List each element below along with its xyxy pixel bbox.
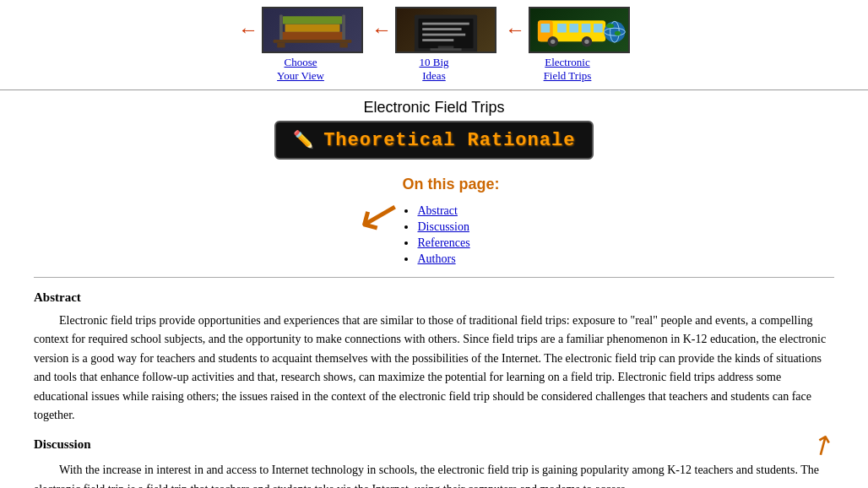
list-item: Abstract [417,204,469,218]
svg-rect-22 [594,24,603,33]
nav-box-trips [529,7,630,53]
list-item: Discussion [417,220,469,234]
on-this-page-label-text: On this page: [402,176,499,192]
svg-rect-3 [279,14,283,40]
nav-label-trips: Electronic Field Trips [544,56,592,83]
svg-rect-10 [422,23,469,25]
abstract-body: Electronic field trips provide opportuni… [34,312,834,425]
subtitle-banner: ✏️ Theoretical Rationale [274,121,594,160]
link-authors[interactable]: Authors [417,252,455,265]
back-to-top[interactable]: ↗ [811,429,834,461]
nav-arrow-trips: ← [505,19,525,41]
navigation-bar: ← Choose Your View [0,0,868,90]
nav-item-trips[interactable]: ← [505,7,630,83]
nav-label-choose: Choose Your View [277,56,324,83]
svg-rect-21 [582,24,591,33]
svg-rect-5 [274,40,352,43]
svg-rect-11 [422,28,461,30]
on-this-page-box: On this page: Abstract Discussion Refere… [392,172,509,268]
svg-rect-13 [422,39,453,41]
nav-label-ideas: 10 Big Ideas [419,56,448,83]
list-item: References [417,236,469,250]
nav-arrow-choose: ← [238,19,258,41]
page-title: Electronic Field Trips [34,99,834,117]
svg-point-24 [551,40,555,44]
title-section: Electronic Field Trips ✏️ Theoretical Ra… [34,99,834,164]
subtitle-text: Theoretical Rationale [323,130,575,151]
link-abstract[interactable]: Abstract [417,204,457,217]
abstract-heading: Abstract [34,290,834,305]
svg-point-31 [615,31,621,35]
svg-rect-0 [281,32,344,40]
svg-rect-4 [342,14,345,40]
on-this-page-section: ↙ On this page: Abstract Discussion Refe… [34,172,834,268]
svg-rect-15 [430,48,461,51]
svg-rect-19 [557,24,567,33]
nav-item-ideas[interactable]: ← 10 Big Ideas [372,7,496,83]
svg-rect-7 [339,43,347,48]
discussion-section: Discussion ↗ With the increase in intere… [34,437,834,488]
pencil-icon: ✏️ [293,130,314,149]
svg-point-30 [606,24,614,28]
main-content: Electronic Field Trips ✏️ Theoretical Ra… [0,90,868,488]
nav-box-choose [262,7,363,53]
nav-box-ideas [395,7,496,53]
svg-point-26 [584,40,589,44]
discussion-heading: Discussion [34,437,91,452]
link-discussion[interactable]: Discussion [417,220,469,233]
svg-rect-20 [569,24,578,33]
svg-rect-2 [283,16,342,24]
svg-rect-1 [285,24,340,32]
svg-rect-12 [422,34,465,36]
section-divider [34,277,834,278]
back-to-top-arrow: ↗ [805,426,840,464]
discussion-body: With the increase in interest in and acc… [34,461,834,488]
svg-rect-6 [277,43,285,48]
abstract-section: Abstract Electronic field trips provide … [34,290,834,425]
link-references[interactable]: References [417,236,469,249]
on-this-page-label: On this page: [392,172,509,197]
list-item: Authors [417,252,469,266]
nav-arrow-ideas: ← [372,19,392,41]
page-links-list: Abstract Discussion References Authors [392,202,469,268]
nav-item-choose[interactable]: ← Choose Your View [238,7,363,83]
svg-rect-18 [540,24,550,33]
